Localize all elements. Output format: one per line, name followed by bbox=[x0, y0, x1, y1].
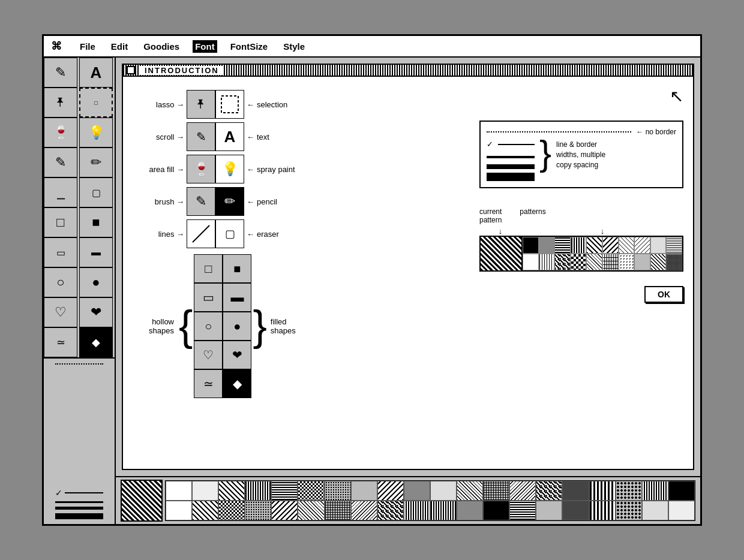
tool-rect-hollow[interactable]: □ bbox=[44, 207, 77, 237]
pattern-0[interactable] bbox=[523, 237, 539, 254]
bp-9[interactable] bbox=[404, 481, 430, 501]
icon-text[interactable]: A bbox=[215, 122, 244, 151]
pattern-2[interactable] bbox=[554, 237, 571, 254]
pattern-7[interactable] bbox=[634, 237, 650, 254]
tool-wave-hollow[interactable]: ≃ bbox=[44, 327, 77, 357]
bp-14[interactable] bbox=[536, 481, 562, 501]
tool-ellipse-filled[interactable]: ● bbox=[79, 267, 113, 297]
tool-hand[interactable]: ✎ bbox=[44, 58, 77, 88]
tool-roundrect-filled[interactable]: ▬ bbox=[79, 237, 113, 267]
bp-8[interactable] bbox=[377, 481, 404, 501]
pattern-palette[interactable] bbox=[479, 236, 683, 272]
line-thick[interactable] bbox=[55, 507, 103, 510]
icon-pencil[interactable]: ✏ bbox=[215, 187, 244, 216]
bp-2[interactable] bbox=[218, 481, 245, 501]
close-box[interactable] bbox=[127, 66, 135, 74]
bp-32[interactable] bbox=[483, 501, 509, 520]
menu-style[interactable]: Style bbox=[281, 40, 307, 53]
apple-menu[interactable]: ⌘ bbox=[49, 38, 64, 54]
bp-24[interactable] bbox=[271, 501, 298, 520]
tool-line[interactable]: ⎯ bbox=[44, 177, 77, 207]
menu-fontsize[interactable]: FontSize bbox=[228, 40, 271, 53]
bp-17[interactable] bbox=[616, 481, 642, 501]
icon-eraser[interactable]: ▢ bbox=[215, 219, 244, 248]
pattern-17[interactable] bbox=[634, 254, 650, 270]
bp-0[interactable] bbox=[166, 481, 192, 501]
bp-18[interactable] bbox=[642, 481, 668, 501]
icon-spray[interactable]: 💡 bbox=[215, 155, 244, 183]
bp-28[interactable] bbox=[377, 501, 404, 520]
bp-20[interactable] bbox=[166, 501, 192, 520]
bp-23[interactable] bbox=[245, 501, 271, 520]
bp-29[interactable] bbox=[404, 501, 430, 520]
tool-roundrect-hollow[interactable]: ▭ bbox=[44, 237, 77, 267]
bp-1[interactable] bbox=[192, 481, 218, 501]
pattern-6[interactable] bbox=[619, 237, 635, 254]
bp-3[interactable] bbox=[245, 481, 271, 501]
shape-wave-hollow[interactable]: ≃ bbox=[194, 369, 223, 398]
bp-5[interactable] bbox=[298, 481, 324, 501]
menu-file[interactable]: File bbox=[77, 40, 98, 53]
bp-10[interactable] bbox=[430, 481, 457, 501]
bp-36[interactable] bbox=[589, 501, 616, 520]
icon-brush[interactable]: ✎ bbox=[187, 187, 215, 216]
tool-brush[interactable]: ✎ bbox=[44, 147, 77, 177]
bp-37[interactable] bbox=[616, 501, 642, 520]
bp-4[interactable] bbox=[271, 481, 298, 501]
pattern-8[interactable] bbox=[650, 237, 667, 254]
icon-scroll[interactable]: ✎ bbox=[187, 122, 215, 151]
bp-34[interactable] bbox=[536, 501, 562, 520]
bp-25[interactable] bbox=[298, 501, 324, 520]
bp-16[interactable] bbox=[589, 481, 616, 501]
bp-26[interactable] bbox=[325, 501, 351, 520]
bp-7[interactable] bbox=[351, 481, 377, 501]
bp-33[interactable] bbox=[509, 501, 536, 520]
bp-30[interactable] bbox=[430, 501, 457, 520]
icon-lasso[interactable]: 🖈 bbox=[187, 90, 215, 119]
menu-font[interactable]: Font bbox=[193, 40, 217, 53]
current-pattern-box[interactable] bbox=[481, 237, 523, 270]
border-line-1[interactable] bbox=[498, 144, 535, 145]
pattern-19[interactable] bbox=[666, 254, 682, 270]
border-dotted[interactable] bbox=[487, 131, 631, 133]
border-line-2[interactable] bbox=[487, 156, 535, 158]
menu-goodies[interactable]: Goodies bbox=[141, 40, 182, 53]
icon-fill[interactable]: 🍷 bbox=[187, 155, 215, 183]
bp-6[interactable] bbox=[325, 481, 351, 501]
bp-11[interactable] bbox=[457, 481, 483, 501]
bp-38[interactable] bbox=[642, 501, 668, 520]
shape-roundrect-filled[interactable]: ▬ bbox=[223, 283, 251, 312]
bp-12[interactable] bbox=[483, 481, 509, 501]
bp-35[interactable] bbox=[562, 501, 589, 520]
shape-heart-filled[interactable]: ❤ bbox=[223, 341, 251, 369]
tool-text[interactable]: A bbox=[79, 58, 113, 88]
tool-selection[interactable]: □ bbox=[79, 88, 113, 118]
tool-rect-filled[interactable]: ■ bbox=[79, 207, 113, 237]
icon-selection[interactable] bbox=[215, 90, 244, 119]
bp-39[interactable] bbox=[668, 501, 695, 520]
tool-wave-filled[interactable]: ◆ bbox=[79, 327, 113, 357]
border-line-3[interactable] bbox=[487, 164, 535, 169]
line-medium[interactable] bbox=[55, 501, 103, 503]
shape-ellipse-hollow[interactable]: ○ bbox=[194, 312, 223, 341]
tool-heart-hollow[interactable]: ♡ bbox=[44, 297, 77, 327]
tool-lasso[interactable]: 🖈 bbox=[44, 88, 77, 118]
pattern-18[interactable] bbox=[650, 254, 667, 270]
bp-19[interactable] bbox=[668, 481, 695, 501]
pattern-4[interactable] bbox=[586, 237, 602, 254]
shape-rect-hollow[interactable]: □ bbox=[194, 254, 223, 283]
pattern-9[interactable] bbox=[666, 237, 682, 254]
line-very-thick[interactable] bbox=[55, 513, 103, 519]
tool-spraypaint[interactable]: 💡 bbox=[79, 118, 113, 147]
icon-line[interactable] bbox=[187, 219, 215, 248]
tool-ellipse-hollow[interactable]: ○ bbox=[44, 267, 77, 297]
bp-15[interactable] bbox=[562, 481, 589, 501]
ok-button[interactable]: OK bbox=[644, 286, 683, 303]
bp-27[interactable] bbox=[351, 501, 377, 520]
bp-21[interactable] bbox=[192, 501, 218, 520]
bp-13[interactable] bbox=[509, 481, 536, 501]
pattern-3[interactable] bbox=[571, 237, 587, 254]
shape-heart-hollow[interactable]: ♡ bbox=[194, 341, 223, 369]
pattern-13[interactable] bbox=[571, 254, 587, 270]
pattern-14[interactable] bbox=[586, 254, 602, 270]
